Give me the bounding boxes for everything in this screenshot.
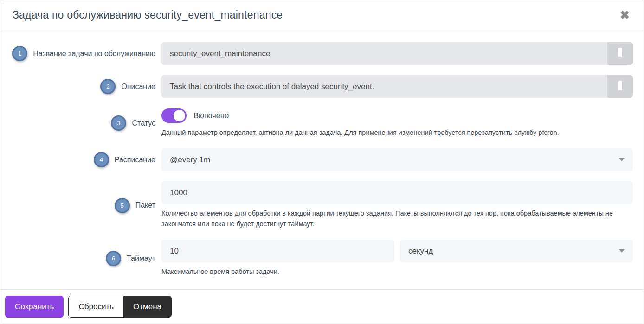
reset-button[interactable]: Сбросить xyxy=(69,296,123,317)
chevron-down-icon xyxy=(619,158,625,161)
description-input xyxy=(161,75,607,98)
timeout-unit-value: секунд xyxy=(408,247,433,256)
lock-icon xyxy=(618,50,622,58)
field-row-name: 1 Название задачи по обслуживанию xyxy=(7,42,633,65)
name-field-label: Название задачи по обслуживанию xyxy=(33,49,155,58)
lock-icon xyxy=(618,83,622,91)
modal-footer: Сохранить Сбросить Отмена xyxy=(0,289,644,324)
timeout-field-label: Таймаут xyxy=(127,254,155,263)
batch-input[interactable] xyxy=(161,181,633,204)
chevron-down-icon xyxy=(619,249,625,253)
description-lock-addon xyxy=(607,75,633,98)
name-lock-addon xyxy=(607,42,633,65)
timeout-input[interactable] xyxy=(161,240,394,262)
status-toggle[interactable] xyxy=(161,108,187,123)
step-badge-2: 2 xyxy=(100,79,116,94)
status-help-text: Данный параметр определяет, активна ли д… xyxy=(161,127,633,138)
cancel-button[interactable]: Отмена xyxy=(123,296,171,317)
modal-header: Задача по обслуживанию security_event_ma… xyxy=(0,0,644,30)
step-badge-5: 5 xyxy=(115,198,130,213)
timeout-unit-select[interactable]: секунд xyxy=(400,240,633,262)
schedule-select-value: @every 1m xyxy=(170,155,210,165)
description-field-label: Описание xyxy=(121,82,155,91)
field-row-description: 2 Описание xyxy=(7,75,633,98)
field-row-batch: 5 Пакет Количество элементов для обработ… xyxy=(7,181,633,229)
step-badge-6: 6 xyxy=(106,251,121,266)
status-toggle-label: Включено xyxy=(193,111,229,120)
toggle-knob xyxy=(174,110,185,121)
batch-help-text: Количество элементов для обработки в каж… xyxy=(161,208,633,229)
page-title: Задача по обслуживанию security_event_ma… xyxy=(13,9,283,21)
step-badge-3: 3 xyxy=(111,115,126,131)
field-row-schedule: 4 Расписание @every 1m xyxy=(7,148,633,171)
save-button[interactable]: Сохранить xyxy=(5,296,64,318)
schedule-select[interactable]: @every 1m xyxy=(161,148,633,171)
timeout-help-text: Максимальное время работы задачи. xyxy=(161,267,633,277)
batch-field-label: Пакет xyxy=(135,201,155,210)
close-icon[interactable]: ✖ xyxy=(618,8,631,22)
field-row-status: 3 Статус Включено Данный параметр опреде… xyxy=(7,108,633,138)
reset-cancel-button-group: Сбросить Отмена xyxy=(68,296,172,318)
schedule-field-label: Расписание xyxy=(115,155,155,164)
step-badge-4: 4 xyxy=(94,152,109,167)
modal-body: 1 Название задачи по обслуживанию xyxy=(0,30,644,289)
maintenance-task-modal: Задача по обслуживанию security_event_ma… xyxy=(0,0,644,324)
field-row-timeout: 6 Таймаут секунд Максимальное время рабо… xyxy=(7,240,633,277)
task-name-input xyxy=(161,42,607,65)
step-badge-1: 1 xyxy=(12,46,27,61)
status-field-label: Статус xyxy=(132,119,155,127)
